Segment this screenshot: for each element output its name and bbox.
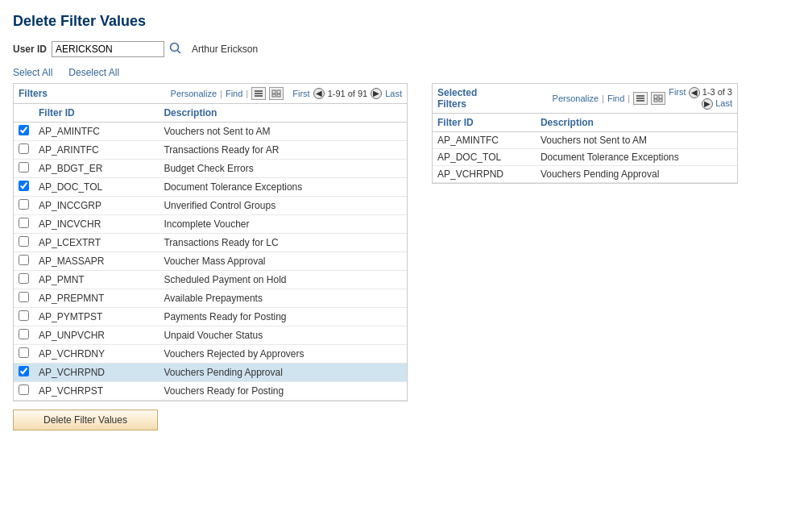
user-id-input[interactable] — [52, 41, 164, 57]
sep2: | — [246, 89, 248, 98]
filter-id-cell: AP_DOC_TOL — [34, 178, 159, 197]
filter-id-cell: AP_PYMTPST — [34, 308, 159, 326]
row-checkbox[interactable] — [19, 255, 29, 265]
checkbox-cell[interactable] — [14, 289, 34, 308]
table-row: AP_INCCGRP Unverified Control Groups — [14, 197, 407, 215]
deselect-all-link[interactable]: Deselect All — [68, 67, 119, 78]
filters-personalize-link[interactable]: Personalize — [171, 89, 217, 98]
filters-col-filter-id: Filter ID — [34, 104, 159, 123]
description-cell: Payments Ready for Posting — [159, 308, 407, 326]
selected-find-link[interactable]: Find — [607, 94, 624, 103]
selected-prev-arrow[interactable]: ◀ — [689, 87, 700, 98]
checkbox-cell[interactable] — [14, 308, 34, 326]
grid-icon — [271, 89, 281, 98]
selected-icon-btn2[interactable] — [651, 92, 665, 105]
description-cell: Document Tolerance Exceptions — [159, 178, 407, 197]
checkbox-cell[interactable] — [14, 215, 34, 234]
user-full-name: Arthur Erickson — [192, 44, 258, 55]
selected-filters-title-line2: Filters — [437, 98, 477, 110]
filters-col-check — [14, 104, 34, 123]
filters-header-controls: Personalize | Find | First ◀ 1-91 of 91 … — [171, 87, 402, 100]
selected-first-link[interactable]: First — [669, 87, 686, 97]
checkbox-cell[interactable] — [14, 382, 34, 401]
filters-title: Filters — [19, 88, 48, 99]
selected-personalize-link[interactable]: Personalize — [553, 94, 599, 103]
filters-icon-btn1[interactable] — [251, 87, 266, 100]
description-cell: Vouchers Pending Approval — [159, 364, 407, 382]
description-cell: Vouchers Rejected by Approvers — [159, 345, 407, 364]
checkbox-cell[interactable] — [14, 252, 34, 271]
user-row: User ID Arthur Erickson — [13, 41, 799, 57]
filter-id-cell: AP_VCHRDNY — [34, 345, 159, 364]
table-row: AP_LCEXTRT Transactions Ready for LC — [14, 234, 407, 252]
selected-filter-id-cell: AP_DOC_TOL — [433, 149, 536, 166]
filters-last-link[interactable]: Last — [385, 89, 402, 98]
row-checkbox[interactable] — [19, 218, 29, 228]
table-row: AP_AMINTFC Vouchers not Sent to AM — [14, 123, 407, 141]
select-all-link[interactable]: Select All — [13, 67, 52, 78]
filters-col-description: Description — [159, 104, 407, 123]
description-cell: Transactions Ready for LC — [159, 234, 407, 252]
row-checkbox[interactable] — [19, 199, 29, 210]
checkbox-cell[interactable] — [14, 178, 34, 197]
row-checkbox[interactable] — [19, 310, 29, 321]
selected-col-header: Filter ID Description — [433, 114, 737, 132]
user-search-button[interactable] — [169, 42, 182, 57]
selected-next-arrow[interactable]: ▶ — [702, 98, 713, 110]
selected-col-description: Description — [536, 114, 737, 132]
row-checkbox[interactable] — [19, 366, 29, 376]
row-checkbox[interactable] — [19, 125, 29, 135]
checkbox-cell[interactable] — [14, 271, 34, 289]
filters-find-link[interactable]: Find — [226, 89, 242, 98]
list-item: AP_DOC_TOL Document Tolerance Exceptions — [433, 149, 737, 166]
filters-next-arrow[interactable]: ▶ — [371, 88, 382, 99]
selected-icon-btn1[interactable] — [633, 92, 648, 105]
svg-rect-10 — [636, 98, 644, 99]
row-checkbox[interactable] — [19, 143, 29, 154]
description-cell: Unverified Control Groups — [159, 197, 407, 215]
selected-nav-bottom-row: ▶ Last — [702, 98, 732, 110]
row-checkbox[interactable] — [19, 236, 29, 247]
table-row: AP_PMNT Scheduled Payment on Hold — [14, 271, 407, 289]
row-checkbox[interactable] — [19, 162, 29, 173]
filters-scroll-body[interactable]: Filter ID Description AP_AMINTFC Voucher… — [14, 104, 407, 401]
delete-filter-values-button[interactable]: Delete Filter Values — [13, 410, 158, 430]
row-checkbox[interactable] — [19, 347, 29, 358]
filter-id-cell: AP_UNPVCHR — [34, 326, 159, 345]
checkbox-cell[interactable] — [14, 234, 34, 252]
checkbox-cell[interactable] — [14, 123, 34, 141]
checkbox-cell[interactable] — [14, 141, 34, 160]
filter-id-cell: AP_PMNT — [34, 271, 159, 289]
table-row: AP_VCHRPND Vouchers Pending Approval — [14, 364, 407, 382]
filters-prev-arrow[interactable]: ◀ — [313, 88, 325, 99]
filters-first-link[interactable]: First — [292, 89, 309, 98]
row-checkbox[interactable] — [19, 385, 29, 395]
checkbox-cell[interactable] — [14, 197, 34, 215]
checkbox-cell[interactable] — [14, 160, 34, 178]
filter-id-cell: AP_PREPMNT — [34, 289, 159, 308]
table-row: AP_MASSAPR Voucher Mass Approval — [14, 252, 407, 271]
checkbox-cell[interactable] — [14, 364, 34, 382]
row-checkbox[interactable] — [19, 181, 29, 191]
filter-id-cell: AP_VCHRPND — [34, 364, 159, 382]
filters-panel: Filters Personalize | Find | First ◀ 1- — [13, 83, 408, 430]
grid-icon2 — [653, 94, 663, 102]
description-cell: Budget Check Errors — [159, 160, 407, 178]
filter-id-cell: AP_ARINTFC — [34, 141, 159, 160]
delete-btn-row: Delete Filter Values — [13, 410, 408, 430]
checkbox-cell[interactable] — [14, 345, 34, 364]
list-item: AP_VCHRPND Vouchers Pending Approval — [433, 166, 737, 183]
table-row: AP_DOC_TOL Document Tolerance Exceptions — [14, 178, 407, 197]
row-checkbox[interactable] — [19, 273, 29, 284]
description-cell: Unpaid Voucher Status — [159, 326, 407, 345]
row-checkbox[interactable] — [19, 292, 29, 302]
filter-id-cell: AP_INCCGRP — [34, 197, 159, 215]
filters-icon-btn2[interactable] — [269, 87, 284, 100]
filter-id-cell: AP_INCVCHR — [34, 215, 159, 234]
row-checkbox[interactable] — [19, 329, 29, 339]
filters-header-bar: Filters Personalize | Find | First ◀ 1- — [14, 84, 407, 104]
selected-filters-header-bar: Selected Filters Personalize | Find | — [433, 84, 737, 114]
description-cell: Voucher Mass Approval — [159, 252, 407, 271]
checkbox-cell[interactable] — [14, 326, 34, 345]
selected-last-link[interactable]: Last — [715, 98, 732, 108]
